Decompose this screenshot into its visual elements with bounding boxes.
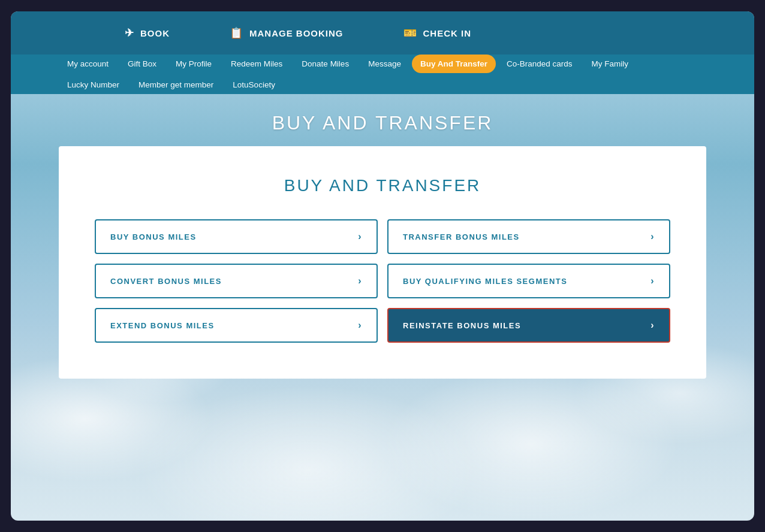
content-card: BUY AND TRANSFER BUY BONUS MILES › TRANS… [59,146,706,379]
transfer-bonus-miles-button[interactable]: TRANSFER BONUS MILES › [387,219,670,254]
nav-manage-booking-label: MANAGE BOOKING [249,28,344,38]
nav-member-get-member[interactable]: Member get member [130,75,222,94]
nav-lotuSociety[interactable]: LotuSociety [224,75,284,94]
nav-co-branded-cards[interactable]: Co-Branded cards [498,55,581,73]
top-nav: ✈ BOOK 📋 MANAGE BOOKING 🎫 CHECK IN [11,11,754,55]
chevron-icon-5: › [358,320,362,331]
transfer-bonus-miles-label: TRANSFER BONUS MILES [403,232,520,241]
top-nav-inner: ✈ BOOK 📋 MANAGE BOOKING 🎫 CHECK IN [95,11,670,55]
nav-book-label: BOOK [140,28,170,38]
nav-message[interactable]: Message [360,55,409,73]
nav-buy-and-transfer[interactable]: Buy And Transfer [412,55,496,73]
outer-frame: ✈ BOOK 📋 MANAGE BOOKING 🎫 CHECK IN My ac… [11,11,754,521]
nav-check-in-label: CHECK IN [423,28,472,38]
nav-book[interactable]: ✈ BOOK [95,11,200,55]
nav-redeem-miles[interactable]: Redeem Miles [222,55,291,73]
chevron-icon-4: › [650,276,655,286]
plane-icon: ✈ [125,26,134,40]
nav-gift-box[interactable]: Gift Box [119,55,165,73]
chevron-icon-2: › [650,231,655,242]
checkin-icon: 🎫 [403,26,417,40]
nav-my-account[interactable]: My account [59,55,117,73]
reinstate-bonus-miles-button[interactable]: REINSTATE BONUS MILES › [387,308,670,343]
buy-qualifying-miles-label: BUY QUALIFYING MILES SEGMENTS [403,277,567,286]
convert-bonus-miles-button[interactable]: CONVERT BONUS MILES › [95,264,378,298]
nav-check-in[interactable]: 🎫 CHECK IN [374,11,502,55]
chevron-icon-3: › [358,276,362,286]
chevron-icon-6: › [650,320,655,331]
nav-donate-miles[interactable]: Donate Miles [293,55,357,73]
booking-icon: 📋 [230,26,243,40]
nav-lucky-number[interactable]: Lucky Number [59,75,128,94]
buy-bonus-miles-button[interactable]: BUY BONUS MILES › [95,219,378,254]
extend-bonus-miles-button[interactable]: EXTEND BONUS MILES › [95,308,378,343]
nav-my-profile[interactable]: My Profile [167,55,220,73]
buy-bonus-miles-label: BUY BONUS MILES [110,232,197,241]
nav-my-family[interactable]: My Family [583,55,637,73]
buy-qualifying-miles-button[interactable]: BUY QUALIFYING MILES SEGMENTS › [387,264,670,298]
page-hero: BUY AND TRANSFER [11,94,754,146]
extend-bonus-miles-label: EXTEND BONUS MILES [110,321,215,330]
chevron-icon: › [358,231,362,242]
page-hero-title: BUY AND TRANSFER [11,112,754,134]
nav-manage-booking[interactable]: 📋 MANAGE BOOKING [200,11,374,55]
secondary-nav: My account Gift Box My Profile Redeem Mi… [11,55,754,94]
options-grid: BUY BONUS MILES › TRANSFER BONUS MILES ›… [95,219,670,343]
reinstate-bonus-miles-label: REINSTATE BONUS MILES [403,321,521,330]
convert-bonus-miles-label: CONVERT BONUS MILES [110,277,222,286]
card-title: BUY AND TRANSFER [95,176,670,195]
